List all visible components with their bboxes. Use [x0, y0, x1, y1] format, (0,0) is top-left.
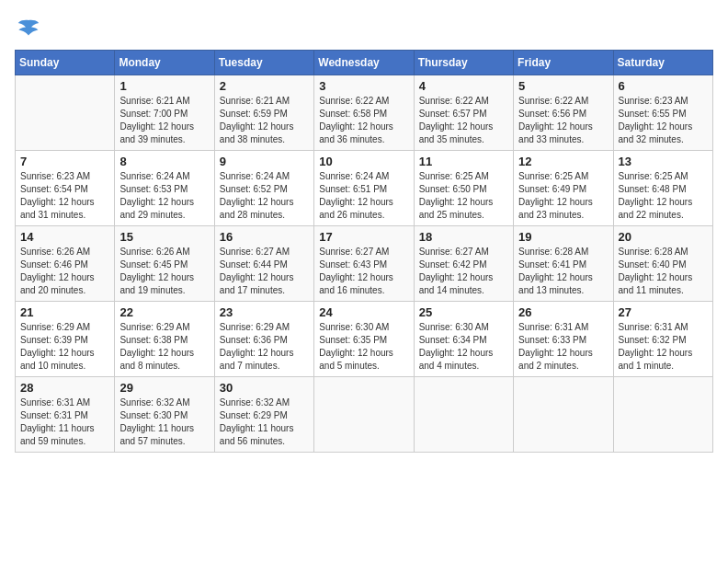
- header-saturday: Saturday: [613, 51, 712, 75]
- day-info: Sunrise: 6:31 AM Sunset: 6:33 PM Dayligh…: [518, 321, 608, 373]
- calendar-cell: 3Sunrise: 6:22 AM Sunset: 6:58 PM Daylig…: [314, 75, 414, 151]
- day-info: Sunrise: 6:23 AM Sunset: 6:55 PM Dayligh…: [619, 95, 708, 146]
- day-info: Sunrise: 6:28 AM Sunset: 6:40 PM Dayligh…: [619, 246, 708, 297]
- week-row-1: 1Sunrise: 6:21 AM Sunset: 7:00 PM Daylig…: [16, 75, 713, 151]
- calendar-cell: 8Sunrise: 6:24 AM Sunset: 6:53 PM Daylig…: [115, 151, 214, 226]
- calendar-cell: [314, 377, 414, 453]
- day-info: Sunrise: 6:32 AM Sunset: 6:29 PM Dayligh…: [220, 396, 309, 448]
- day-info: Sunrise: 6:22 AM Sunset: 6:56 PM Dayligh…: [518, 95, 608, 146]
- header-thursday: Thursday: [414, 51, 513, 75]
- day-number: 13: [619, 155, 708, 168]
- day-info: Sunrise: 6:22 AM Sunset: 6:57 PM Dayligh…: [419, 95, 508, 146]
- header-monday: Monday: [115, 51, 214, 75]
- day-number: 6: [619, 79, 708, 93]
- day-number: 21: [20, 305, 109, 319]
- day-info: Sunrise: 6:26 AM Sunset: 6:46 PM Dayligh…: [20, 246, 109, 297]
- day-number: 5: [518, 79, 608, 93]
- day-info: Sunrise: 6:23 AM Sunset: 6:54 PM Dayligh…: [20, 170, 109, 222]
- day-info: Sunrise: 6:27 AM Sunset: 6:42 PM Dayligh…: [419, 246, 508, 297]
- calendar-cell: 10Sunrise: 6:24 AM Sunset: 6:51 PM Dayli…: [314, 151, 414, 226]
- day-number: 17: [319, 230, 408, 244]
- calendar-cell: 30Sunrise: 6:32 AM Sunset: 6:29 PM Dayli…: [214, 377, 313, 453]
- day-number: 2: [220, 79, 309, 93]
- day-number: 10: [319, 155, 408, 168]
- week-row-3: 14Sunrise: 6:26 AM Sunset: 6:46 PM Dayli…: [16, 226, 713, 302]
- calendar-cell: 18Sunrise: 6:27 AM Sunset: 6:42 PM Dayli…: [414, 226, 513, 302]
- calendar-cell: 9Sunrise: 6:24 AM Sunset: 6:52 PM Daylig…: [214, 151, 313, 226]
- logo-icon: [15, 15, 42, 42]
- day-number: 15: [119, 230, 209, 244]
- calendar-cell: 4Sunrise: 6:22 AM Sunset: 6:57 PM Daylig…: [414, 75, 513, 151]
- day-number: 25: [419, 305, 508, 319]
- calendar-cell: 14Sunrise: 6:26 AM Sunset: 6:46 PM Dayli…: [16, 226, 115, 302]
- calendar-cell: 2Sunrise: 6:21 AM Sunset: 6:59 PM Daylig…: [214, 75, 313, 151]
- calendar-cell: 15Sunrise: 6:26 AM Sunset: 6:45 PM Dayli…: [115, 226, 214, 302]
- day-number: 28: [20, 381, 109, 395]
- day-number: 12: [518, 155, 608, 168]
- page-header: [15, 15, 713, 42]
- week-row-5: 28Sunrise: 6:31 AM Sunset: 6:31 PM Dayli…: [16, 377, 713, 453]
- calendar-cell: 26Sunrise: 6:31 AM Sunset: 6:33 PM Dayli…: [514, 302, 613, 377]
- day-info: Sunrise: 6:26 AM Sunset: 6:45 PM Dayligh…: [119, 246, 209, 297]
- header-tuesday: Tuesday: [214, 51, 313, 75]
- calendar-cell: 13Sunrise: 6:25 AM Sunset: 6:48 PM Dayli…: [613, 151, 712, 226]
- day-number: 1: [119, 79, 209, 93]
- day-info: Sunrise: 6:27 AM Sunset: 6:44 PM Dayligh…: [220, 246, 309, 297]
- calendar-cell: 24Sunrise: 6:30 AM Sunset: 6:35 PM Dayli…: [314, 302, 414, 377]
- day-info: Sunrise: 6:28 AM Sunset: 6:41 PM Dayligh…: [518, 246, 608, 297]
- calendar-cell: 21Sunrise: 6:29 AM Sunset: 6:39 PM Dayli…: [16, 302, 115, 377]
- day-number: 26: [518, 305, 608, 319]
- day-info: Sunrise: 6:30 AM Sunset: 6:35 PM Dayligh…: [319, 321, 408, 373]
- day-info: Sunrise: 6:30 AM Sunset: 6:34 PM Dayligh…: [419, 321, 508, 373]
- day-info: Sunrise: 6:24 AM Sunset: 6:51 PM Dayligh…: [319, 170, 408, 222]
- day-number: 30: [220, 381, 309, 395]
- day-number: 16: [220, 230, 309, 244]
- calendar-cell: 23Sunrise: 6:29 AM Sunset: 6:36 PM Dayli…: [214, 302, 313, 377]
- header-friday: Friday: [514, 51, 613, 75]
- calendar-cell: 25Sunrise: 6:30 AM Sunset: 6:34 PM Dayli…: [414, 302, 513, 377]
- day-number: 27: [619, 305, 708, 319]
- day-number: 18: [419, 230, 508, 244]
- day-number: 22: [119, 305, 209, 319]
- day-number: 14: [20, 230, 109, 244]
- day-info: Sunrise: 6:31 AM Sunset: 6:31 PM Dayligh…: [20, 396, 109, 448]
- calendar-cell: 11Sunrise: 6:25 AM Sunset: 6:50 PM Dayli…: [414, 151, 513, 226]
- day-info: Sunrise: 6:29 AM Sunset: 6:38 PM Dayligh…: [119, 321, 209, 373]
- day-info: Sunrise: 6:25 AM Sunset: 6:50 PM Dayligh…: [419, 170, 508, 222]
- day-number: 8: [119, 155, 209, 168]
- day-number: 19: [518, 230, 608, 244]
- calendar-cell: 29Sunrise: 6:32 AM Sunset: 6:30 PM Dayli…: [115, 377, 214, 453]
- calendar-cell: 17Sunrise: 6:27 AM Sunset: 6:43 PM Dayli…: [314, 226, 414, 302]
- day-number: 4: [419, 79, 508, 93]
- calendar-cell: 28Sunrise: 6:31 AM Sunset: 6:31 PM Dayli…: [16, 377, 115, 453]
- week-row-4: 21Sunrise: 6:29 AM Sunset: 6:39 PM Dayli…: [16, 302, 713, 377]
- calendar-cell: 16Sunrise: 6:27 AM Sunset: 6:44 PM Dayli…: [214, 226, 313, 302]
- calendar-cell: [414, 377, 513, 453]
- day-number: 20: [619, 230, 708, 244]
- day-info: Sunrise: 6:25 AM Sunset: 6:48 PM Dayligh…: [619, 170, 708, 222]
- calendar-cell: 12Sunrise: 6:25 AM Sunset: 6:49 PM Dayli…: [514, 151, 613, 226]
- day-info: Sunrise: 6:24 AM Sunset: 6:52 PM Dayligh…: [220, 170, 309, 222]
- day-info: Sunrise: 6:29 AM Sunset: 6:39 PM Dayligh…: [20, 321, 109, 373]
- day-info: Sunrise: 6:27 AM Sunset: 6:43 PM Dayligh…: [319, 246, 408, 297]
- day-info: Sunrise: 6:25 AM Sunset: 6:49 PM Dayligh…: [518, 170, 608, 222]
- day-info: Sunrise: 6:22 AM Sunset: 6:58 PM Dayligh…: [319, 95, 408, 146]
- day-number: 23: [220, 305, 309, 319]
- day-info: Sunrise: 6:24 AM Sunset: 6:53 PM Dayligh…: [119, 170, 209, 222]
- calendar-header-row: SundayMondayTuesdayWednesdayThursdayFrid…: [16, 51, 713, 75]
- day-info: Sunrise: 6:21 AM Sunset: 7:00 PM Dayligh…: [119, 95, 209, 146]
- day-info: Sunrise: 6:29 AM Sunset: 6:36 PM Dayligh…: [220, 321, 309, 373]
- day-number: 7: [20, 155, 109, 168]
- week-row-2: 7Sunrise: 6:23 AM Sunset: 6:54 PM Daylig…: [16, 151, 713, 226]
- day-number: 24: [319, 305, 408, 319]
- day-info: Sunrise: 6:21 AM Sunset: 6:59 PM Dayligh…: [220, 95, 309, 146]
- calendar-cell: [613, 377, 712, 453]
- day-number: 3: [319, 79, 408, 93]
- day-info: Sunrise: 6:31 AM Sunset: 6:32 PM Dayligh…: [619, 321, 708, 373]
- day-number: 11: [419, 155, 508, 168]
- calendar-cell: 20Sunrise: 6:28 AM Sunset: 6:40 PM Dayli…: [613, 226, 712, 302]
- calendar-cell: 1Sunrise: 6:21 AM Sunset: 7:00 PM Daylig…: [115, 75, 214, 151]
- header-sunday: Sunday: [16, 51, 115, 75]
- calendar-cell: 27Sunrise: 6:31 AM Sunset: 6:32 PM Dayli…: [613, 302, 712, 377]
- day-number: 9: [220, 155, 309, 168]
